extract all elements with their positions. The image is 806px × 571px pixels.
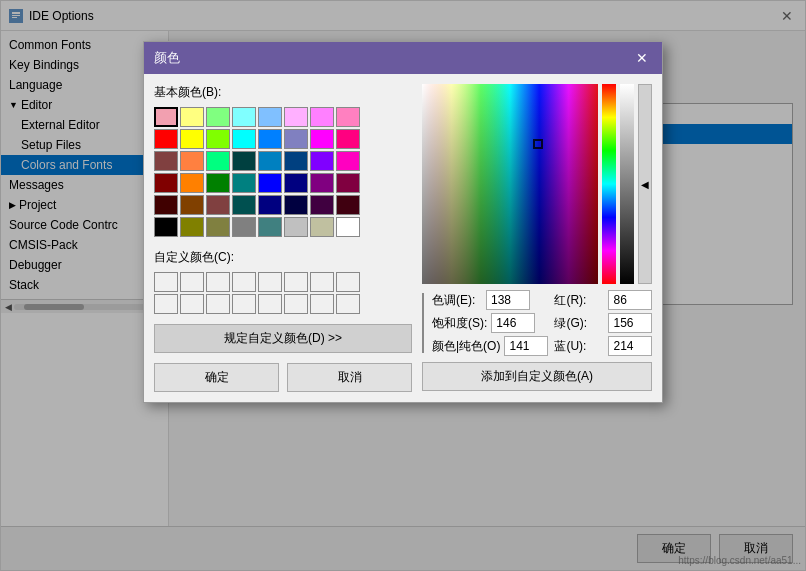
custom-color-cell-13[interactable] xyxy=(284,294,308,314)
color-right-panel: ◀ 色调(E): 红(R): xyxy=(422,84,652,392)
custom-color-cell-7[interactable] xyxy=(336,272,360,292)
lum-label: 颜色|纯色(O) xyxy=(432,338,500,355)
custom-color-cell-15[interactable] xyxy=(336,294,360,314)
basic-color-cell-0[interactable] xyxy=(154,107,178,127)
define-custom-button[interactable]: 规定自定义颜色(D) >> xyxy=(154,324,412,353)
basic-colors-grid xyxy=(154,107,412,237)
hue-input[interactable] xyxy=(486,290,530,310)
basic-color-cell-15[interactable] xyxy=(336,129,360,149)
green-input-row: 绿(G): xyxy=(554,313,652,333)
ide-options-window: IDE Options ✕ Common Fonts Key Bindings … xyxy=(0,0,806,571)
basic-color-cell-26[interactable] xyxy=(206,173,230,193)
custom-color-cell-12[interactable] xyxy=(258,294,282,314)
basic-color-cell-19[interactable] xyxy=(232,151,256,171)
color-dialog-close-button[interactable]: ✕ xyxy=(632,48,652,68)
basic-color-cell-34[interactable] xyxy=(206,195,230,215)
basic-color-cell-5[interactable] xyxy=(284,107,308,127)
brightness-bar[interactable] xyxy=(620,84,634,284)
basic-color-cell-47[interactable] xyxy=(336,217,360,237)
custom-color-cell-9[interactable] xyxy=(180,294,204,314)
custom-color-cell-10[interactable] xyxy=(206,294,230,314)
basic-color-cell-43[interactable] xyxy=(232,217,256,237)
add-to-custom-button[interactable]: 添加到自定义颜色(A) xyxy=(422,362,652,391)
basic-color-cell-30[interactable] xyxy=(310,173,334,193)
dialog-ok-button[interactable]: 确定 xyxy=(154,363,279,392)
custom-color-cell-3[interactable] xyxy=(232,272,256,292)
color-dialog: 颜色 ✕ 基本颜色(B): 自定义颜色(C): xyxy=(143,41,663,403)
basic-color-cell-11[interactable] xyxy=(232,129,256,149)
custom-color-cell-14[interactable] xyxy=(310,294,334,314)
basic-color-cell-28[interactable] xyxy=(258,173,282,193)
sat-input[interactable] xyxy=(491,313,535,333)
blue-label: 蓝(U): xyxy=(554,338,604,355)
custom-color-cell-5[interactable] xyxy=(284,272,308,292)
hue-bar[interactable] xyxy=(602,84,616,284)
custom-color-cell-8[interactable] xyxy=(154,294,178,314)
basic-color-cell-37[interactable] xyxy=(284,195,308,215)
custom-color-cell-1[interactable] xyxy=(180,272,204,292)
basic-color-cell-16[interactable] xyxy=(154,151,178,171)
custom-colors-grid xyxy=(154,272,412,314)
green-input[interactable] xyxy=(608,313,652,333)
basic-color-cell-38[interactable] xyxy=(310,195,334,215)
color-dialog-overlay: 颜色 ✕ 基本颜色(B): 自定义颜色(C): xyxy=(1,1,805,570)
basic-color-cell-10[interactable] xyxy=(206,129,230,149)
basic-color-cell-44[interactable] xyxy=(258,217,282,237)
basic-color-cell-14[interactable] xyxy=(310,129,334,149)
blue-input[interactable] xyxy=(608,336,652,356)
basic-color-cell-23[interactable] xyxy=(336,151,360,171)
basic-color-cell-12[interactable] xyxy=(258,129,282,149)
basic-color-cell-27[interactable] xyxy=(232,173,256,193)
basic-color-cell-42[interactable] xyxy=(206,217,230,237)
basic-color-cell-13[interactable] xyxy=(284,129,308,149)
custom-color-cell-4[interactable] xyxy=(258,272,282,292)
basic-color-cell-39[interactable] xyxy=(336,195,360,215)
color-spectrum-container: ◀ xyxy=(422,84,652,284)
basic-color-cell-9[interactable] xyxy=(180,129,204,149)
basic-color-cell-22[interactable] xyxy=(310,151,334,171)
basic-color-cell-31[interactable] xyxy=(336,173,360,193)
basic-color-cell-17[interactable] xyxy=(180,151,204,171)
green-label: 绿(G): xyxy=(554,315,604,332)
blue-input-row: 蓝(U): xyxy=(554,336,652,356)
custom-color-cell-11[interactable] xyxy=(232,294,256,314)
basic-color-cell-6[interactable] xyxy=(310,107,334,127)
basic-color-cell-45[interactable] xyxy=(284,217,308,237)
basic-color-cell-21[interactable] xyxy=(284,151,308,171)
red-input[interactable] xyxy=(608,290,652,310)
basic-color-cell-18[interactable] xyxy=(206,151,230,171)
red-input-row: 红(R): xyxy=(554,290,652,310)
basic-color-cell-24[interactable] xyxy=(154,173,178,193)
custom-colors-label: 自定义颜色(C): xyxy=(154,249,412,266)
sat-label: 饱和度(S): xyxy=(432,315,487,332)
custom-color-cell-6[interactable] xyxy=(310,272,334,292)
basic-color-cell-32[interactable] xyxy=(154,195,178,215)
basic-color-cell-46[interactable] xyxy=(310,217,334,237)
basic-color-cell-4[interactable] xyxy=(258,107,282,127)
sat-input-row: 饱和度(S): xyxy=(432,313,548,333)
basic-color-cell-7[interactable] xyxy=(336,107,360,127)
custom-color-cell-2[interactable] xyxy=(206,272,230,292)
basic-color-cell-41[interactable] xyxy=(180,217,204,237)
basic-color-cell-40[interactable] xyxy=(154,217,178,237)
dialog-cancel-button[interactable]: 取消 xyxy=(287,363,412,392)
color-spectrum[interactable] xyxy=(422,84,598,284)
color-inputs: 色调(E): 红(R): 饱和度(S): xyxy=(432,290,652,356)
color-preview-box xyxy=(422,293,424,353)
lum-input[interactable] xyxy=(504,336,548,356)
basic-color-cell-25[interactable] xyxy=(180,173,204,193)
basic-color-cell-2[interactable] xyxy=(206,107,230,127)
basic-color-cell-8[interactable] xyxy=(154,129,178,149)
color-dialog-title-bar: 颜色 ✕ xyxy=(144,42,662,74)
spectrum-collapse-arrow[interactable]: ◀ xyxy=(638,84,652,284)
basic-color-cell-36[interactable] xyxy=(258,195,282,215)
basic-color-cell-3[interactable] xyxy=(232,107,256,127)
red-label: 红(R): xyxy=(554,292,604,309)
basic-color-cell-35[interactable] xyxy=(232,195,256,215)
basic-color-cell-20[interactable] xyxy=(258,151,282,171)
basic-color-cell-29[interactable] xyxy=(284,173,308,193)
basic-color-cell-33[interactable] xyxy=(180,195,204,215)
basic-color-cell-1[interactable] xyxy=(180,107,204,127)
custom-color-cell-0[interactable] xyxy=(154,272,178,292)
color-left-panel: 基本颜色(B): 自定义颜色(C): 规定自定义颜色(D) >> xyxy=(154,84,412,392)
